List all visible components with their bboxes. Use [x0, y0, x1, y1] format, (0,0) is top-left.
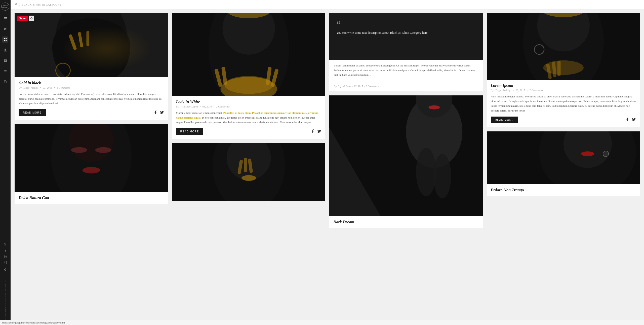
- post-social-lady: [311, 129, 321, 134]
- post-image-frdozo: [487, 131, 640, 184]
- masonry-grid: Save: [15, 13, 640, 228]
- post-social-gold: [153, 110, 164, 115]
- sidebar-logo[interactable]: PHOTOGRAPHY: [1, 3, 9, 11]
- sidebar: PHOTOGRAPHY ☰ 𝕏 f Bé © 2015 GRIDG: [0, 0, 11, 325]
- sidebar-nav-user[interactable]: [2, 47, 8, 53]
- quote-author-line: By Crystal Bates • 02, 2015 • 3 Comments: [334, 81, 478, 88]
- post-bullet-2: •: [54, 86, 55, 89]
- twitter-share-icon-lady[interactable]: [317, 129, 321, 134]
- post-card-lorem: Lorem Ipsum By Edgar Rodrigo • 02, 2017 …: [487, 13, 640, 127]
- post-image-wrapper: Save: [15, 13, 168, 77]
- main-content: Save: [11, 9, 644, 325]
- post-content-gold-in-black: Gold in black By Moco Vachini • 03, 2016…: [15, 77, 168, 120]
- read-more-button-lorem[interactable]: READ MORE: [491, 117, 518, 123]
- sidebar-social-behance[interactable]: Bé: [4, 255, 7, 258]
- sidebar-nav-list[interactable]: [2, 68, 8, 74]
- post-card-frdozo: Frdozo Non Trango: [487, 131, 640, 196]
- post-excerpt-lady: Morbi tempor augue ac tempus imperdiet. …: [176, 111, 321, 125]
- save-overlay: Save: [17, 16, 34, 21]
- post-meta-lorem: By Edgar Rodrigo • 02, 2017 • 2 Comments: [491, 89, 636, 92]
- post-content-dark: Dark Dream: [329, 216, 483, 228]
- post-content-delco: Delco Naturo Gao: [15, 192, 168, 204]
- quote-comments: 3 Comments: [366, 85, 379, 88]
- svg-point-48: [581, 151, 594, 156]
- post-actions-lady: READ MORE: [176, 128, 321, 135]
- quote-text-header: You can write some text description abou…: [336, 30, 476, 35]
- post-excerpt-gold: Lorem ipsum dolor sit amet, consectetur …: [19, 92, 164, 106]
- svg-point-11: [95, 147, 111, 153]
- svg-rect-4: [87, 31, 89, 46]
- svg-rect-27: [244, 158, 247, 172]
- sidebar-social-instagram[interactable]: [4, 261, 7, 265]
- post-comments-lady: 2 Comments: [216, 105, 230, 108]
- svg-point-49: [603, 151, 608, 156]
- post-actions-gold: READ MORE: [19, 109, 164, 116]
- read-more-button-lady[interactable]: READ MORE: [176, 128, 203, 135]
- sidebar-menu-icon[interactable]: ☰: [4, 15, 7, 20]
- sidebar-copyright: © 2015 GRIDGUM · ALL RIGHTS RESERVED: [4, 277, 6, 320]
- quote-body-text: Lorem ipsum dolor sit amet, consectetur …: [334, 63, 478, 77]
- svg-rect-3: [78, 32, 83, 48]
- svg-point-25: [241, 175, 256, 181]
- twitter-share-icon-gold[interactable]: [160, 110, 164, 115]
- post-by-lorem: By: [491, 89, 494, 92]
- post-date-lorem: 02, 2017: [516, 89, 525, 92]
- post-by-label: By: [19, 86, 22, 89]
- quote-mark: ❝: [336, 21, 476, 28]
- sidebar-nav-mail[interactable]: [2, 58, 8, 64]
- facebook-share-icon-lorem[interactable]: [625, 117, 629, 122]
- post-card-delco: Delco Naturo Gao: [15, 124, 168, 204]
- sidebar-social-twitter[interactable]: 𝕏: [4, 243, 6, 246]
- post-image-lorem: [487, 13, 640, 80]
- sidebar-nav-doc[interactable]: [2, 79, 8, 85]
- read-more-button-gold[interactable]: READ MORE: [19, 109, 46, 116]
- post-title-lady: Lady In White: [176, 100, 321, 104]
- quote-card: ❝ You can write some text description ab…: [329, 13, 483, 60]
- post-card-dark-dream: Dark Dream: [329, 95, 483, 228]
- quote-author-section: By Crystal Bates • 02, 2015 • 3 Comments: [329, 81, 483, 91]
- quote-by-label: By: [334, 85, 337, 88]
- quote-body-card: Lorem ipsum dolor sit amet, consectetur …: [329, 60, 483, 81]
- post-author-lorem: Edgar Rodrigo: [496, 89, 511, 92]
- url-bar-text: https://demo.gridgum.com/bootstrap/photo…: [2, 321, 65, 324]
- svg-rect-43: [557, 61, 560, 76]
- sidebar-nav-grid[interactable]: [2, 37, 8, 43]
- post-actions-lorem: READ MORE: [491, 117, 636, 123]
- sidebar-nav-home[interactable]: [2, 26, 8, 32]
- post-by-lady: By: [176, 105, 179, 108]
- post-author-lady: Armando Lopez: [181, 105, 198, 108]
- post-card-col2-img2: [172, 143, 326, 201]
- column-1: Save: [15, 13, 168, 228]
- quote-date: 02, 2015: [354, 85, 363, 88]
- facebook-share-icon-lady[interactable]: [311, 129, 315, 134]
- svg-point-10: [71, 147, 87, 153]
- svg-point-33: [416, 148, 436, 196]
- svg-rect-2: [68, 34, 77, 50]
- post-bullet-lady-1: •: [200, 105, 201, 108]
- post-title-gold-in-black: Gold in black: [19, 81, 164, 85]
- topbar-home-icon[interactable]: [15, 3, 18, 6]
- twitter-share-icon-lorem[interactable]: [632, 117, 636, 122]
- svg-point-35: [429, 105, 440, 110]
- column-2: Lady In White By Armando Lopez • 01, 201…: [172, 13, 326, 228]
- pinterest-save-button[interactable]: Save: [17, 16, 28, 21]
- post-comments-lorem: 2 Comments: [530, 89, 543, 92]
- quote-author-name: Crystal Bates: [338, 85, 351, 88]
- post-title-dark: Dark Dream: [333, 220, 479, 224]
- svg-point-15: [224, 76, 273, 94]
- post-image-gold-in-black: [15, 13, 168, 77]
- post-image-col2-2: [172, 143, 326, 201]
- post-content-frdozo: Frdozo Non Trango: [487, 184, 640, 196]
- post-excerpt-lorem: Nam tincidunt feugiat viverra. Morbi sed…: [491, 94, 636, 113]
- post-content-lady: Lady In White By Armando Lopez • 01, 201…: [172, 96, 326, 139]
- topbar: / BLACK & WHITE CATEGORY: [11, 0, 644, 9]
- post-image-lady: [172, 13, 326, 96]
- facebook-share-icon-gold[interactable]: [153, 110, 157, 115]
- post-title-lorem: Lorem Ipsum: [491, 83, 636, 88]
- sidebar-settings-icon[interactable]: [4, 268, 7, 272]
- sidebar-social-facebook[interactable]: f: [5, 249, 6, 252]
- pinterest-move-button[interactable]: [29, 16, 34, 21]
- post-meta-gold-in-black: By Moco Vachini • 03, 2016 • 3 Comments: [19, 86, 164, 89]
- post-bullet-1: •: [40, 86, 41, 89]
- post-title-frdozo: Frdozo Non Trango: [491, 188, 636, 192]
